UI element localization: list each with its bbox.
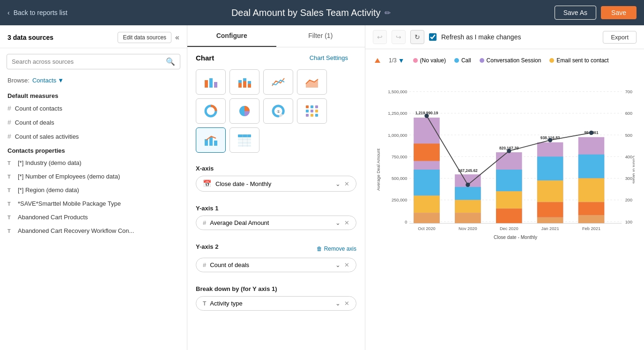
svg-rect-3 [238,83,242,88]
legend-pagination: 1/3 ▼ [389,57,405,64]
left-header: 3 data sources Edit data sources « [0,25,187,48]
measure-count-deals[interactable]: # Count of deals [0,115,187,129]
tab-configure[interactable]: Configure [187,25,276,47]
prop-label: *SAVE*Smarttel Mobile Package Type [18,200,121,207]
edit-data-sources-button[interactable]: Edit data sources [118,32,171,43]
svg-text:Jan 2021: Jan 2021 [541,227,559,231]
pagination-value: 1/3 [389,57,397,64]
undo-button[interactable]: ↩ [373,30,387,44]
chart-settings-link[interactable]: Chart Settings [301,54,356,61]
bar-oct-segment4 [414,196,440,213]
chart-type-stacked-bar[interactable] [229,69,259,95]
chart-type-bar[interactable] [196,69,226,95]
collapse-panel-button[interactable]: « [175,33,179,42]
chart-type-table[interactable] [229,127,259,153]
prop-smarttel[interactable]: T *SAVE*Smarttel Mobile Package Type [0,197,187,210]
measure-count-sales-activities[interactable]: # Count of sales activities [0,129,187,143]
line-point-jan [548,138,552,142]
remove-axis-button[interactable]: 🗑 Remove axis [317,246,356,252]
legend-triangle-item [375,58,380,63]
hash-icon: # [7,104,11,112]
chart-type-line[interactable] [263,69,293,95]
svg-text:200: 200 [625,198,632,202]
tab-filter[interactable]: Filter (1) [276,25,365,47]
yaxis2-select-inner: # Count of deals [203,261,249,268]
browse-select-button[interactable]: Contacts ▼ [32,77,64,84]
chart-type-combo[interactable] [196,127,226,153]
legend-call: Call [454,57,471,64]
legend-no-value: (No value) [413,57,446,64]
breakdown-clear-icon[interactable]: ✕ [344,300,349,307]
xaxis-select-actions: ⌄ ✕ [335,180,349,187]
prop-label: [*] Industry (demo data) [18,159,81,166]
report-title: Deal Amount by Sales Team Activity ✏ [231,7,391,18]
measure-label: Count of sales activities [15,133,79,140]
yaxis2-chevron-icon: ⌄ [335,261,341,268]
pagination-down-icon[interactable]: ▼ [398,57,405,64]
breakdown-select[interactable]: T Activity type ⌄ ✕ [196,296,356,311]
back-label: Back to reports list [14,9,67,16]
xaxis-select[interactable]: 📅 Close date - Monthly ⌄ ✕ [196,176,356,192]
refresh-button[interactable]: ↻ [410,30,424,44]
left-panel: 3 data sources Edit data sources « 🔍 Bro… [0,25,187,350]
redo-button[interactable]: ↪ [392,30,406,44]
svg-rect-15 [306,105,309,108]
search-input[interactable] [12,58,162,65]
yaxis2-select[interactable]: # Count of deals ⌄ ✕ [196,258,356,272]
edit-title-icon[interactable]: ✏ [385,8,391,17]
default-measures-label: Default measures [0,89,187,101]
svg-text:400: 400 [625,155,632,159]
svg-rect-4 [238,80,242,83]
bar-nov-segment4 [455,213,481,223]
yaxis2-clear-icon[interactable]: ✕ [344,261,349,268]
prop-industry[interactable]: T [*] Industry (demo data) [0,156,187,170]
xaxis-label: X-axis [196,165,356,172]
chart-type-donut[interactable] [196,98,226,124]
prop-abandoned-cart-recovery[interactable]: T Abandoned Cart Recovery Workflow Con..… [0,224,187,238]
bar-jan-segment3 [537,180,563,202]
svg-rect-2 [214,82,217,88]
chart-type-goal[interactable]: ① [263,98,293,124]
auto-refresh-checkbox[interactable] [429,33,437,41]
prop-label: Abandoned Cart Recovery Workflow Con... [18,227,134,234]
prop-abandoned-cart[interactable]: T Abandoned Cart Products [0,210,187,224]
browse-value: Contacts [32,77,56,84]
chart-type-area[interactable] [297,69,327,95]
browse-label: Browse: [7,77,30,84]
bar-feb-segment2 [578,155,605,179]
svg-text:①: ① [277,110,280,114]
svg-rect-29 [238,141,251,144]
bar-jan-segment2 [537,156,563,180]
prop-region[interactable]: T [*] Region (demo data) [0,183,187,197]
trash-icon: 🗑 [317,246,322,252]
bar-feb-segment5 [578,215,605,223]
svg-rect-25 [209,137,213,146]
yaxis1-hash-icon: # [203,219,206,226]
main-chart: 1,500,000 1,250,000 1,000,000 750,000 50… [375,69,635,270]
save-button[interactable]: Save [601,6,637,19]
chart-legend: 1/3 ▼ (No value) Call Conversation Sessi… [375,57,635,64]
title-text: Deal Amount by Sales Team Activity [231,7,381,18]
search-row: 🔍 [0,48,187,75]
yaxis1-select-actions: ⌄ ✕ [335,219,349,226]
xaxis-value: Close date - Monthly [215,180,271,187]
back-button[interactable]: ‹ Back to reports list [7,9,67,16]
export-button[interactable]: Export [603,31,637,44]
chart-type-grid[interactable] [297,98,327,124]
svg-rect-18 [306,110,309,112]
prop-type-icon: T [7,160,14,166]
yaxis1-value: Average Deal Amount [210,219,269,226]
search-icon[interactable]: 🔍 [166,57,175,66]
xaxis-clear-icon[interactable]: ✕ [344,180,349,187]
prop-employees[interactable]: T [*] Number of Employees (demo data) [0,170,187,183]
svg-rect-21 [306,114,309,117]
xaxis-section: X-axis 📅 Close date - Monthly ⌄ ✕ [187,158,365,192]
svg-text:0: 0 [405,220,407,224]
yaxis1-select[interactable]: # Average Deal Amount ⌄ ✕ [196,216,356,230]
chart-type-pie[interactable] [229,98,259,124]
bar-jan-segment4 [537,202,563,217]
yaxis1-clear-icon[interactable]: ✕ [344,219,349,226]
measure-count-contacts[interactable]: # Count of contacts [0,101,187,115]
save-as-button[interactable]: Save As [555,6,596,20]
contacts-properties-label: Contacts properties [0,143,187,156]
